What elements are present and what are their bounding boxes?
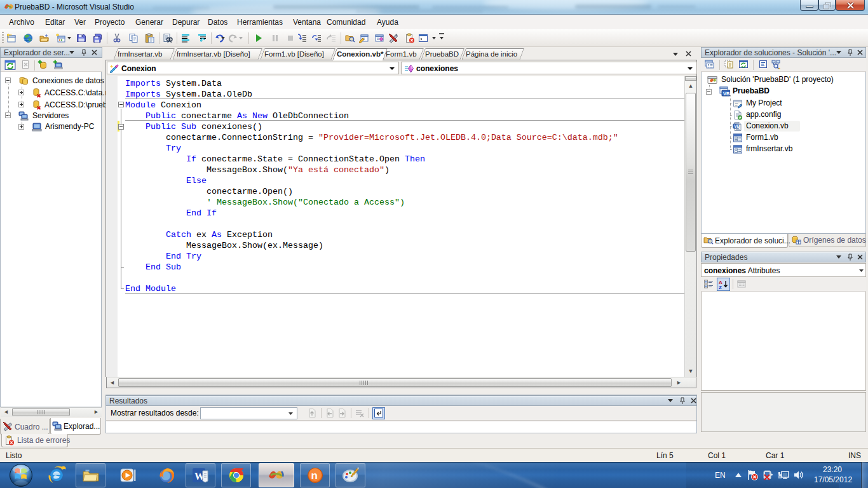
svg-text:VB: VB xyxy=(734,124,740,128)
svg-text:VB: VB xyxy=(723,91,730,97)
svg-text:Z: Z xyxy=(719,285,722,289)
